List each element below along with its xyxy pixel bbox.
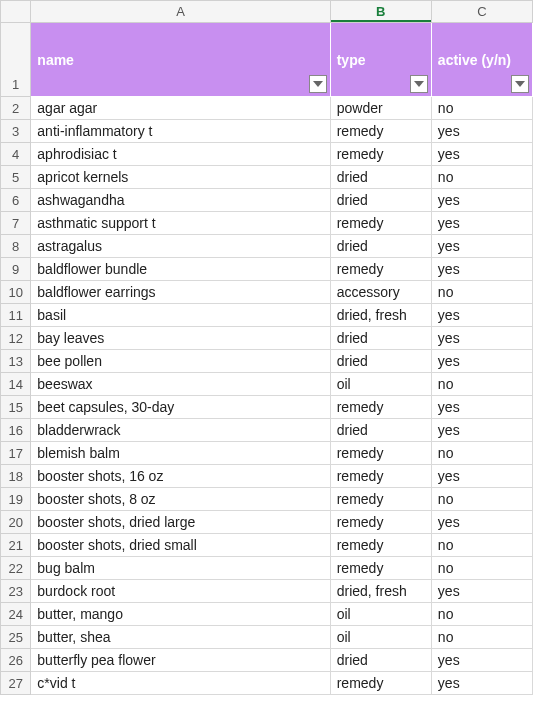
row-number[interactable]: 13 [1,350,31,373]
row-number[interactable]: 2 [1,97,31,120]
cell-active[interactable]: no [431,557,532,580]
row-number[interactable]: 27 [1,672,31,695]
cell-name[interactable]: beet capsules, 30-day [31,396,330,419]
cell-name[interactable]: butterfly pea flower [31,649,330,672]
cell-name[interactable]: baldflower bundle [31,258,330,281]
cell-active[interactable]: yes [431,258,532,281]
cell-name[interactable]: astragalus [31,235,330,258]
header-cell-active[interactable]: active (y/n) [431,23,532,97]
cell-type[interactable]: powder [330,97,431,120]
row-number[interactable]: 16 [1,419,31,442]
row-number[interactable]: 5 [1,166,31,189]
cell-type[interactable]: remedy [330,557,431,580]
row-number[interactable]: 18 [1,465,31,488]
cell-name[interactable]: aphrodisiac t [31,143,330,166]
cell-active[interactable]: yes [431,511,532,534]
row-number[interactable]: 24 [1,603,31,626]
cell-active[interactable]: no [431,97,532,120]
row-number[interactable]: 11 [1,304,31,327]
cell-type[interactable]: remedy [330,212,431,235]
row-number[interactable]: 12 [1,327,31,350]
cell-type[interactable]: dried [330,235,431,258]
cell-name[interactable]: agar agar [31,97,330,120]
cell-active[interactable]: yes [431,235,532,258]
cell-active[interactable]: yes [431,350,532,373]
cell-name[interactable]: anti-inflammatory t [31,120,330,143]
cell-active[interactable]: no [431,442,532,465]
cell-name[interactable]: booster shots, dried small [31,534,330,557]
row-number[interactable]: 9 [1,258,31,281]
cell-type[interactable]: oil [330,373,431,396]
cell-active[interactable]: no [431,488,532,511]
cell-name[interactable]: blemish balm [31,442,330,465]
cell-type[interactable]: dried, fresh [330,304,431,327]
cell-type[interactable]: dried [330,350,431,373]
row-number[interactable]: 26 [1,649,31,672]
row-number[interactable]: 15 [1,396,31,419]
cell-type[interactable]: remedy [330,120,431,143]
cell-type[interactable]: remedy [330,465,431,488]
cell-name[interactable]: beeswax [31,373,330,396]
header-cell-type[interactable]: type [330,23,431,97]
cell-active[interactable]: yes [431,580,532,603]
cell-name[interactable]: asthmatic support t [31,212,330,235]
cell-type[interactable]: remedy [330,396,431,419]
column-header-c[interactable]: C [431,1,532,23]
cell-type[interactable]: remedy [330,511,431,534]
row-number[interactable]: 25 [1,626,31,649]
row-number[interactable]: 1 [1,23,31,97]
cell-active[interactable]: no [431,281,532,304]
row-number[interactable]: 17 [1,442,31,465]
row-number[interactable]: 3 [1,120,31,143]
cell-active[interactable]: no [431,603,532,626]
cell-type[interactable]: remedy [330,143,431,166]
cell-active[interactable]: yes [431,212,532,235]
cell-type[interactable]: dried [330,649,431,672]
cell-name[interactable]: basil [31,304,330,327]
cell-type[interactable]: remedy [330,534,431,557]
cell-active[interactable]: no [431,166,532,189]
cell-active[interactable]: yes [431,649,532,672]
row-number[interactable]: 21 [1,534,31,557]
cell-name[interactable]: butter, shea [31,626,330,649]
row-number[interactable]: 22 [1,557,31,580]
cell-name[interactable]: bladderwrack [31,419,330,442]
cell-name[interactable]: bug balm [31,557,330,580]
cell-active[interactable]: no [431,534,532,557]
cell-type[interactable]: dried [330,166,431,189]
cell-name[interactable]: booster shots, 8 oz [31,488,330,511]
row-number[interactable]: 6 [1,189,31,212]
header-cell-name[interactable]: name [31,23,330,97]
cell-type[interactable]: accessory [330,281,431,304]
cell-type[interactable]: remedy [330,488,431,511]
cell-active[interactable]: yes [431,189,532,212]
cell-name[interactable]: butter, mango [31,603,330,626]
cell-type[interactable]: oil [330,603,431,626]
cell-name[interactable]: booster shots, dried large [31,511,330,534]
cell-name[interactable]: bee pollen [31,350,330,373]
column-header-a[interactable]: A [31,1,330,23]
filter-button-active[interactable] [511,75,529,93]
cell-name[interactable]: ashwagandha [31,189,330,212]
row-number[interactable]: 7 [1,212,31,235]
cell-type[interactable]: remedy [330,672,431,695]
cell-active[interactable]: yes [431,419,532,442]
column-header-b[interactable]: B [330,1,431,23]
cell-type[interactable]: dried [330,189,431,212]
row-number[interactable]: 10 [1,281,31,304]
cell-active[interactable]: yes [431,465,532,488]
cell-active[interactable]: yes [431,327,532,350]
cell-active[interactable]: yes [431,120,532,143]
cell-active[interactable]: yes [431,396,532,419]
filter-button-name[interactable] [309,75,327,93]
select-all-corner[interactable] [1,1,31,23]
cell-type[interactable]: remedy [330,258,431,281]
cell-name[interactable]: apricot kernels [31,166,330,189]
cell-active[interactable]: no [431,373,532,396]
cell-active[interactable]: yes [431,304,532,327]
row-number[interactable]: 19 [1,488,31,511]
cell-type[interactable]: dried [330,327,431,350]
cell-type[interactable]: dried, fresh [330,580,431,603]
cell-name[interactable]: bay leaves [31,327,330,350]
row-number[interactable]: 23 [1,580,31,603]
